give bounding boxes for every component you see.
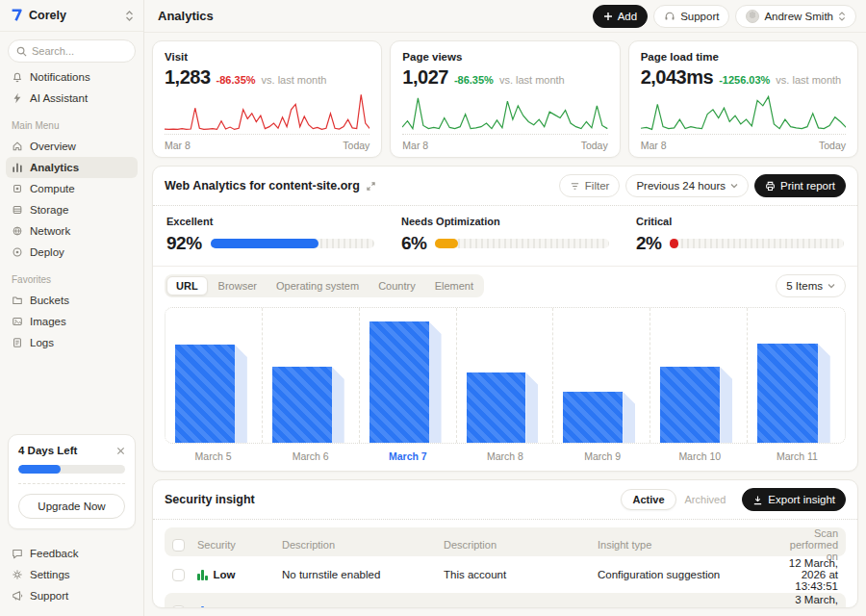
x-axis-label: March 8 bbox=[456, 450, 553, 462]
bar-chart-column bbox=[650, 308, 748, 443]
close-icon[interactable] bbox=[116, 447, 125, 455]
chevron-updown-icon bbox=[838, 12, 846, 21]
sidebar-item-buckets[interactable]: Buckets bbox=[6, 290, 138, 311]
search-box[interactable] bbox=[8, 39, 136, 63]
web-analytics-title: Web Analytics for content-site.org bbox=[165, 179, 360, 192]
sidebar-item-label: AI Assistant bbox=[30, 92, 88, 104]
metric-progress-track bbox=[435, 239, 609, 248]
bar-chart-icon bbox=[12, 162, 23, 173]
metric-label: Needs Optimization bbox=[401, 216, 609, 227]
chevron-down-icon bbox=[828, 283, 835, 289]
quality-metrics-row: Excellent 92% Needs Optimization 6% bbox=[153, 206, 857, 267]
search-input[interactable] bbox=[32, 45, 127, 57]
upgrade-now-button[interactable]: Upgrade Now bbox=[18, 494, 125, 519]
sidebar-item-analytics[interactable]: Analytics bbox=[6, 157, 138, 178]
sparkline-chart bbox=[165, 91, 369, 134]
chart-bar[interactable] bbox=[175, 345, 235, 443]
bar-chart-column bbox=[457, 308, 554, 443]
tab-active[interactable]: Active bbox=[621, 489, 675, 510]
sidebar-item-compute[interactable]: Compute bbox=[6, 178, 138, 199]
row-scan-date: 3 March, 2026 at 09:04:39 bbox=[777, 594, 838, 608]
sidebar-item-deploy[interactable]: Deploy bbox=[6, 242, 138, 263]
stat-delta: -86.35% bbox=[216, 74, 256, 86]
row-insight-type: Configuration suggestion bbox=[598, 605, 777, 608]
sidebar-item-label: Logs bbox=[30, 337, 54, 348]
range-start-label: Mar 8 bbox=[402, 140, 428, 151]
metric-value: 92% bbox=[166, 233, 202, 254]
sidebar-item-label: Settings bbox=[30, 569, 70, 580]
plus-icon bbox=[603, 12, 613, 21]
row-description: No turnstile enabled bbox=[282, 569, 444, 580]
sparkline-chart bbox=[402, 91, 607, 134]
content: Visit 1,283 -86.35% vs. last month Mar 8… bbox=[144, 33, 866, 616]
expand-icon[interactable] bbox=[366, 181, 376, 192]
sidebar-item-images[interactable]: Images bbox=[6, 311, 138, 332]
headset-icon bbox=[664, 11, 675, 22]
bar-chart-plot bbox=[165, 307, 846, 444]
severity-bars-icon bbox=[197, 606, 208, 609]
date-range-dropdown[interactable]: Previous 24 hours bbox=[625, 174, 749, 197]
metric-progress-fill bbox=[670, 239, 678, 248]
sidebar-section-title: Main Menu bbox=[0, 109, 143, 136]
sidebar-item-network[interactable]: Network bbox=[6, 220, 138, 242]
filter-button[interactable]: Filter bbox=[559, 174, 621, 197]
tab-operating-system[interactable]: Operating system bbox=[267, 276, 368, 295]
sidebar-item-logs[interactable]: Logs bbox=[6, 332, 138, 353]
sidebar-item-support[interactable]: Support bbox=[6, 585, 138, 606]
sidebar-item-feedback[interactable]: Feedback bbox=[6, 543, 138, 564]
chevron-down-icon bbox=[730, 183, 738, 189]
chart-bar[interactable] bbox=[467, 372, 526, 443]
export-insight-button[interactable]: Export insight bbox=[742, 488, 846, 511]
row-scan-date: 12 March, 2026 at 13:43:51 bbox=[777, 557, 838, 592]
filter-icon bbox=[570, 181, 580, 192]
stat-note: vs. last month bbox=[499, 74, 565, 86]
sidebar-item-label: Analytics bbox=[30, 162, 79, 173]
row-checkbox[interactable] bbox=[172, 569, 185, 581]
tab-browser[interactable]: Browser bbox=[210, 276, 266, 295]
storage-icon bbox=[12, 204, 23, 216]
sidebar-item-overview[interactable]: Overview bbox=[6, 136, 138, 157]
stat-delta: -86.35% bbox=[454, 74, 494, 86]
chart-bar[interactable] bbox=[369, 321, 429, 443]
tab-archived[interactable]: Archived bbox=[676, 490, 735, 509]
x-axis-label-selected[interactable]: March 7 bbox=[359, 450, 456, 462]
divider bbox=[18, 483, 125, 484]
sidebar-item-settings[interactable]: Settings bbox=[6, 564, 138, 585]
severity-bars-icon bbox=[197, 570, 208, 580]
chevron-updown-icon[interactable] bbox=[125, 11, 134, 21]
metric-critical: Critical 2% bbox=[636, 216, 844, 254]
chart-bar[interactable] bbox=[563, 392, 623, 443]
chart-bar[interactable] bbox=[757, 344, 818, 443]
sidebar-section-title: Favorites bbox=[0, 263, 143, 290]
sidebar-item-label: Deploy bbox=[30, 246, 64, 258]
download-icon bbox=[752, 495, 763, 505]
sidebar-item-storage[interactable]: Storage bbox=[6, 199, 138, 220]
metric-progress-track bbox=[211, 239, 374, 248]
row-checkbox[interactable] bbox=[172, 605, 185, 609]
tab-element[interactable]: Element bbox=[426, 276, 482, 295]
sidebar-item-ai-assistant[interactable]: AI Assistant bbox=[6, 88, 138, 109]
add-button[interactable]: Add bbox=[593, 5, 648, 28]
tab-url[interactable]: URL bbox=[166, 276, 208, 295]
trial-progress-track bbox=[18, 465, 125, 474]
table-row[interactable]: Low No turnstile enabled This account Co… bbox=[165, 556, 846, 593]
security-insight-title: Security insight bbox=[165, 493, 255, 506]
table-row[interactable]: Moderate Security.txt not configured con… bbox=[165, 593, 846, 608]
bar-chart-column bbox=[263, 308, 360, 443]
stat-delta: -1256.03% bbox=[719, 74, 770, 86]
chart-bar[interactable] bbox=[660, 367, 720, 443]
tab-country[interactable]: Country bbox=[369, 276, 424, 295]
print-report-button[interactable]: Print report bbox=[754, 174, 846, 197]
select-all-checkbox[interactable] bbox=[172, 539, 185, 552]
security-insight-card: Security insight Active Archived Export … bbox=[152, 479, 858, 608]
sidebar-item-notifications[interactable]: Notifications bbox=[6, 66, 138, 88]
bell-icon bbox=[12, 71, 23, 83]
user-menu-button[interactable]: Andrew Smith bbox=[735, 5, 856, 28]
stat-card-visit: Visit 1,283 -86.35% vs. last month Mar 8… bbox=[152, 40, 382, 158]
stat-card-page-load-time: Page load time 2,043ms -1256.03% vs. las… bbox=[628, 40, 858, 158]
chart-bar[interactable] bbox=[272, 367, 332, 443]
user-name: Andrew Smith bbox=[764, 11, 833, 22]
support-button[interactable]: Support bbox=[653, 5, 729, 28]
security-tabs: Active Archived bbox=[621, 489, 734, 510]
items-count-dropdown[interactable]: 5 Items bbox=[776, 274, 846, 297]
